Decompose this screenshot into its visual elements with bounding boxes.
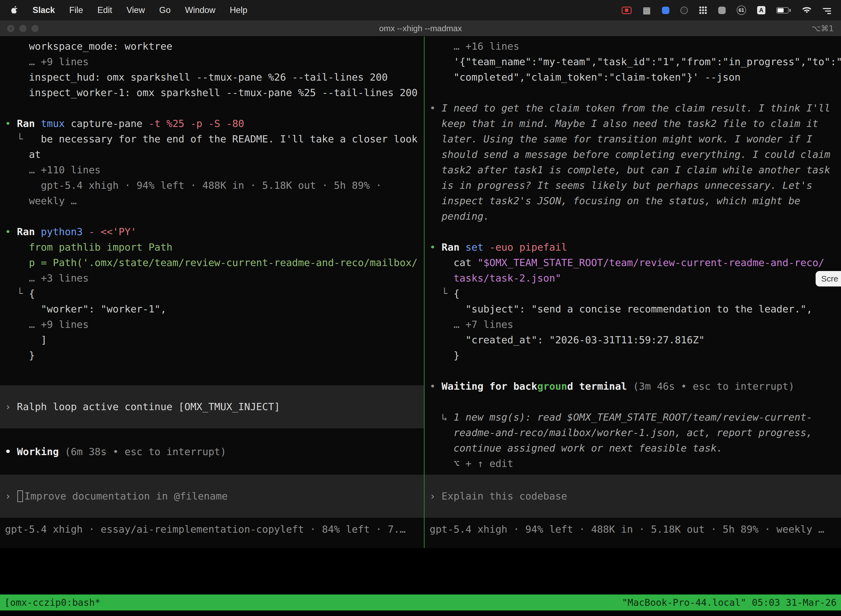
terminal-line: ] bbox=[5, 332, 424, 348]
input-source-icon[interactable]: A bbox=[757, 6, 765, 14]
terminal-line: inspect_hud: omx sparkshell --tmux-pane … bbox=[5, 70, 424, 85]
terminal-line: "worker": "worker-1", bbox=[5, 301, 424, 317]
terminal-line bbox=[429, 363, 841, 378]
terminal-line: └ { bbox=[429, 286, 841, 301]
menu-bar: Slack File Edit View Go Window Help ▦ 61… bbox=[0, 0, 841, 21]
right-pane: … +16 lines '{"team_name":"my-team","tas… bbox=[425, 37, 841, 548]
terminal-line: • Ran python3 - <<'PY' bbox=[5, 224, 424, 239]
menu-go[interactable]: Go bbox=[159, 5, 170, 15]
prompt-icon: › bbox=[5, 488, 17, 504]
tmux-status-bar: [omx-cczip0:bash* "MacBook-Pro-44.local"… bbox=[0, 594, 841, 610]
wifi-icon[interactable] bbox=[802, 6, 812, 14]
badge-61-icon[interactable]: 61 bbox=[737, 6, 746, 15]
working-detail: (6m 38s • esc to interrupt) bbox=[59, 446, 226, 457]
terminal-line: tasks/task-2.json" bbox=[429, 270, 841, 286]
terminal-line: } bbox=[429, 348, 841, 363]
left-pane-lines: workspace_mode: worktree … +9 lines insp… bbox=[0, 39, 424, 385]
terminal-line: inspect_worker-1: omx sparkshell --tmux-… bbox=[5, 85, 424, 100]
terminal-line: … +7 lines bbox=[429, 317, 841, 332]
screenshot-popup-fragment[interactable]: Scre bbox=[816, 271, 841, 286]
terminal-line: ⌥ + ↑ edit bbox=[429, 456, 841, 471]
window-title: omx --xhigh --madmax bbox=[379, 24, 462, 33]
omx-status-line: [OMX#0.11.9] cczip/essay/ai-reimplementa… bbox=[0, 548, 841, 563]
tmux-host-and-time: "MacBook-Pro-44.local" 05:03 31-Mar-26 bbox=[622, 597, 837, 608]
terminal-line: pending. bbox=[429, 209, 841, 224]
signal-bars-icon[interactable] bbox=[823, 7, 831, 14]
terminal-line: • Waiting for background terminal (3m 46… bbox=[429, 378, 841, 394]
terminal-line: • Ran tmux capture-pane -t %25 -p -S -80 bbox=[5, 116, 424, 131]
working-bullet: • bbox=[5, 446, 17, 457]
terminal-line bbox=[429, 85, 841, 100]
prompt-icon: › bbox=[429, 488, 441, 504]
left-queued-message[interactable]: › Ralph loop active continue [OMX_TMUX_I… bbox=[0, 385, 424, 428]
terminal-line: … +9 lines bbox=[5, 54, 424, 70]
battery-icon[interactable] bbox=[777, 7, 791, 13]
app-dark-icon[interactable] bbox=[680, 7, 688, 14]
bottom-gap bbox=[0, 563, 841, 594]
terminal-line: └ be necessary for the end of the README… bbox=[5, 131, 424, 147]
left-input-box[interactable]: › Improve documentation in @filename bbox=[0, 475, 424, 518]
menu-view[interactable]: View bbox=[126, 5, 145, 15]
menu-window[interactable]: Window bbox=[185, 5, 215, 15]
terminal-line: "subject": "send a concise recommendatio… bbox=[429, 301, 841, 317]
terminal-line bbox=[5, 100, 424, 116]
terminal-line: "created_at": "2026-03-31T11:59:27.816Z" bbox=[429, 332, 841, 348]
terminal-window: workspace_mode: worktree … +9 lines insp… bbox=[0, 37, 841, 548]
terminal-line: } bbox=[5, 348, 424, 363]
terminal-line: from pathlib import Path bbox=[5, 239, 424, 255]
window-close-button[interactable]: × bbox=[7, 25, 14, 32]
terminal-line: readme-and-reco/mailbox/worker-1.json, a… bbox=[429, 425, 841, 440]
terminal-line: '{"team_name":"my-team","task_id":"1","f… bbox=[429, 54, 841, 70]
menu-bar-status-area: ▦ 61 A bbox=[622, 5, 831, 15]
menu-file[interactable]: File bbox=[69, 5, 83, 15]
terminal-line: "completed","claim_token":"claim-token"}… bbox=[429, 70, 841, 85]
right-pane-status: gpt-5.4 xhigh · 94% left · 488K in · 5.1… bbox=[425, 518, 841, 548]
app-gray-icon[interactable] bbox=[718, 7, 726, 14]
window-title-bar: × omx --xhigh --madmax ⌥⌘1 bbox=[0, 21, 841, 37]
terminal-line: task2 after task1 is complete, but can I… bbox=[429, 162, 841, 178]
right-pane-lines: … +16 lines '{"team_name":"my-team","tas… bbox=[425, 39, 841, 475]
terminal-line: later. Using the same for transition mig… bbox=[429, 131, 841, 147]
menu-edit[interactable]: Edit bbox=[97, 5, 112, 15]
terminal-line: inspect task2's JSON, focusing on the st… bbox=[429, 193, 841, 209]
input-placeholder: Improve documentation in @filename bbox=[24, 488, 228, 504]
window-shortcut-hint: ⌥⌘1 bbox=[812, 24, 834, 33]
terminal-line: keep that in mind. Maybe I also need the… bbox=[429, 116, 841, 131]
traffic-lights: × bbox=[7, 21, 39, 36]
window-minimize-button[interactable] bbox=[19, 25, 26, 32]
terminal-line bbox=[429, 224, 841, 239]
terminal-line: … +16 lines bbox=[429, 39, 841, 54]
terminal-line: weekly … bbox=[5, 193, 424, 209]
prompt-icon: › bbox=[5, 399, 17, 415]
terminal-line: … +110 lines bbox=[5, 162, 424, 178]
window-zoom-button[interactable] bbox=[31, 25, 39, 32]
text-cursor-icon bbox=[18, 490, 23, 502]
right-input-box[interactable]: › Explain this codebase bbox=[425, 475, 841, 518]
left-pane-status: gpt-5.4 xhigh · essay/ai-reimplementatio… bbox=[0, 518, 424, 548]
terminal-line: workspace_mode: worktree bbox=[5, 39, 424, 54]
menu-help[interactable]: Help bbox=[230, 5, 248, 15]
left-working-status: • Working (6m 38s • esc to interrupt) bbox=[0, 428, 424, 475]
screen-recording-icon[interactable] bbox=[622, 7, 631, 14]
terminal-line: p = Path('.omx/state/team/review-current… bbox=[5, 255, 424, 270]
working-label: Working bbox=[17, 446, 59, 457]
terminal-line: should send a message before completing … bbox=[429, 147, 841, 162]
terminal-line: continue assigned work or next feasible … bbox=[429, 440, 841, 456]
terminal-line: ↳ 1 new msg(s): read $OMX_TEAM_STATE_ROO… bbox=[429, 409, 841, 425]
tmux-session-info: [omx-cczip0:bash* bbox=[4, 597, 622, 608]
launchpad-icon[interactable] bbox=[699, 6, 707, 14]
menu-app-name[interactable]: Slack bbox=[32, 5, 55, 15]
app-blue-icon[interactable] bbox=[662, 7, 670, 14]
terminal-line bbox=[5, 209, 424, 224]
terminal-line bbox=[429, 394, 841, 409]
terminal-line: … +3 lines bbox=[5, 270, 424, 286]
bottom-strip bbox=[0, 610, 841, 616]
terminal-line: └ { bbox=[5, 286, 424, 301]
apple-logo-icon[interactable] bbox=[11, 6, 18, 15]
terminal-line: is in progress? It seems likely but perh… bbox=[429, 178, 841, 193]
terminal-line: gpt-5.4 xhigh · 94% left · 488K in · 5.1… bbox=[5, 178, 424, 193]
terminal-line: cat "$OMX_TEAM_STATE_ROOT/team/review-cu… bbox=[429, 255, 841, 270]
grid-icon[interactable]: ▦ bbox=[643, 5, 651, 15]
terminal-line: … +9 lines bbox=[5, 317, 424, 332]
terminal-line: • I need to get the claim token from the… bbox=[429, 100, 841, 116]
